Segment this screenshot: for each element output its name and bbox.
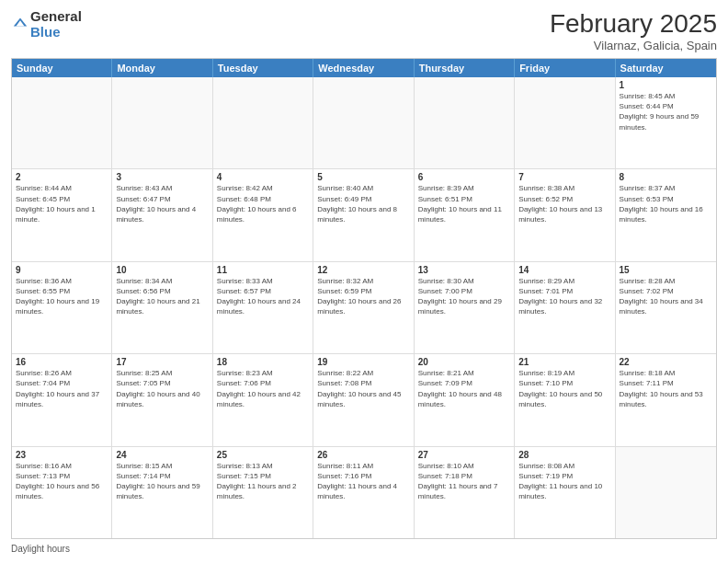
calendar-body: 1Sunrise: 8:45 AM Sunset: 6:44 PM Daylig… <box>12 77 716 538</box>
calendar-day-2-1: 10Sunrise: 8:34 AM Sunset: 6:56 PM Dayli… <box>112 262 212 353</box>
dow-monday: Monday <box>112 59 212 77</box>
calendar-week-4: 23Sunrise: 8:16 AM Sunset: 7:13 PM Dayli… <box>12 447 716 538</box>
day-number: 10 <box>116 265 208 275</box>
day-info: Sunrise: 8:36 AM Sunset: 6:55 PM Dayligh… <box>16 276 108 317</box>
calendar-day-1-0: 2Sunrise: 8:44 AM Sunset: 6:45 PM Daylig… <box>12 169 112 260</box>
day-number: 26 <box>317 450 409 460</box>
dow-tuesday: Tuesday <box>213 59 313 77</box>
page-header: General Blue February 2025 Vilarnaz, Gal… <box>11 9 717 52</box>
day-number: 4 <box>217 172 309 182</box>
dow-wednesday: Wednesday <box>313 59 414 77</box>
calendar-day-4-4: 27Sunrise: 8:10 AM Sunset: 7:18 PM Dayli… <box>415 447 515 538</box>
day-number: 20 <box>418 357 510 367</box>
day-number: 24 <box>116 450 208 460</box>
dow-sunday: Sunday <box>12 59 112 77</box>
location: Vilarnaz, Galicia, Spain <box>550 39 717 52</box>
calendar-week-0: 1Sunrise: 8:45 AM Sunset: 6:44 PM Daylig… <box>12 77 716 169</box>
day-number: 16 <box>16 357 108 367</box>
calendar-day-0-2 <box>213 77 313 168</box>
calendar-day-4-1: 24Sunrise: 8:15 AM Sunset: 7:14 PM Dayli… <box>112 447 212 538</box>
calendar-day-0-5 <box>515 77 615 168</box>
day-info: Sunrise: 8:22 AM Sunset: 7:08 PM Dayligh… <box>317 368 409 409</box>
calendar-day-1-5: 7Sunrise: 8:38 AM Sunset: 6:52 PM Daylig… <box>515 169 615 260</box>
day-number: 8 <box>620 172 712 182</box>
day-info: Sunrise: 8:30 AM Sunset: 7:00 PM Dayligh… <box>418 276 510 317</box>
calendar-day-2-2: 11Sunrise: 8:33 AM Sunset: 6:57 PM Dayli… <box>213 262 313 353</box>
dow-saturday: Saturday <box>616 59 716 77</box>
day-number: 12 <box>317 265 409 275</box>
day-number: 18 <box>217 357 309 367</box>
day-info: Sunrise: 8:21 AM Sunset: 7:09 PM Dayligh… <box>418 368 510 409</box>
day-info: Sunrise: 8:32 AM Sunset: 6:59 PM Dayligh… <box>317 276 409 317</box>
day-info: Sunrise: 8:28 AM Sunset: 7:02 PM Dayligh… <box>620 276 712 317</box>
calendar-day-1-4: 6Sunrise: 8:39 AM Sunset: 6:51 PM Daylig… <box>415 169 515 260</box>
calendar-day-0-1 <box>112 77 212 168</box>
day-info: Sunrise: 8:29 AM Sunset: 7:01 PM Dayligh… <box>518 276 610 317</box>
calendar-day-1-2: 4Sunrise: 8:42 AM Sunset: 6:48 PM Daylig… <box>213 169 313 260</box>
calendar-day-2-6: 15Sunrise: 8:28 AM Sunset: 7:02 PM Dayli… <box>616 262 716 353</box>
calendar: Sunday Monday Tuesday Wednesday Thursday… <box>11 58 717 539</box>
calendar-day-3-0: 16Sunrise: 8:26 AM Sunset: 7:04 PM Dayli… <box>12 354 112 445</box>
calendar-day-4-5: 28Sunrise: 8:08 AM Sunset: 7:19 PM Dayli… <box>515 447 615 538</box>
day-info: Sunrise: 8:34 AM Sunset: 6:56 PM Dayligh… <box>116 276 208 317</box>
day-number: 6 <box>418 172 510 182</box>
day-number: 11 <box>217 265 309 275</box>
day-info: Sunrise: 8:39 AM Sunset: 6:51 PM Dayligh… <box>418 183 510 224</box>
day-number: 23 <box>16 450 108 460</box>
calendar-day-3-3: 19Sunrise: 8:22 AM Sunset: 7:08 PM Dayli… <box>313 354 414 445</box>
day-number: 13 <box>418 265 510 275</box>
calendar-day-4-3: 26Sunrise: 8:11 AM Sunset: 7:16 PM Dayli… <box>313 447 414 538</box>
month-year: February 2025 <box>550 9 717 39</box>
calendar-day-4-6 <box>616 447 716 538</box>
calendar-day-2-0: 9Sunrise: 8:36 AM Sunset: 6:55 PM Daylig… <box>12 262 112 353</box>
title-block: February 2025 Vilarnaz, Galicia, Spain <box>550 9 717 52</box>
calendar-day-3-1: 17Sunrise: 8:25 AM Sunset: 7:05 PM Dayli… <box>112 354 212 445</box>
calendar-day-0-6: 1Sunrise: 8:45 AM Sunset: 6:44 PM Daylig… <box>616 77 716 168</box>
day-info: Sunrise: 8:37 AM Sunset: 6:53 PM Dayligh… <box>620 183 712 224</box>
calendar-day-2-3: 12Sunrise: 8:32 AM Sunset: 6:59 PM Dayli… <box>313 262 414 353</box>
day-info: Sunrise: 8:11 AM Sunset: 7:16 PM Dayligh… <box>317 461 409 502</box>
calendar-day-1-1: 3Sunrise: 8:43 AM Sunset: 6:47 PM Daylig… <box>112 169 212 260</box>
footer: Daylight hours <box>11 544 717 554</box>
day-info: Sunrise: 8:43 AM Sunset: 6:47 PM Dayligh… <box>116 183 208 224</box>
day-number: 2 <box>16 172 108 182</box>
calendar-day-1-6: 8Sunrise: 8:37 AM Sunset: 6:53 PM Daylig… <box>616 169 716 260</box>
day-info: Sunrise: 8:13 AM Sunset: 7:15 PM Dayligh… <box>217 461 309 502</box>
calendar-header: Sunday Monday Tuesday Wednesday Thursday… <box>12 59 716 77</box>
calendar-day-3-6: 22Sunrise: 8:18 AM Sunset: 7:11 PM Dayli… <box>616 354 716 445</box>
day-info: Sunrise: 8:45 AM Sunset: 6:44 PM Dayligh… <box>620 91 712 132</box>
calendar-day-4-2: 25Sunrise: 8:13 AM Sunset: 7:15 PM Dayli… <box>213 447 313 538</box>
calendar-day-3-4: 20Sunrise: 8:21 AM Sunset: 7:09 PM Dayli… <box>415 354 515 445</box>
day-number: 17 <box>116 357 208 367</box>
day-info: Sunrise: 8:25 AM Sunset: 7:05 PM Dayligh… <box>116 368 208 409</box>
logo-blue-text: Blue <box>30 25 82 40</box>
day-info: Sunrise: 8:10 AM Sunset: 7:18 PM Dayligh… <box>418 461 510 502</box>
logo: General Blue <box>11 9 82 40</box>
calendar-day-4-0: 23Sunrise: 8:16 AM Sunset: 7:13 PM Dayli… <box>12 447 112 538</box>
calendar-day-3-5: 21Sunrise: 8:19 AM Sunset: 7:10 PM Dayli… <box>515 354 615 445</box>
dow-thursday: Thursday <box>415 59 515 77</box>
calendar-day-0-0 <box>12 77 112 168</box>
logo-general-text: General <box>30 9 82 25</box>
day-number: 7 <box>518 172 610 182</box>
day-number: 27 <box>418 450 510 460</box>
day-info: Sunrise: 8:18 AM Sunset: 7:11 PM Dayligh… <box>620 368 712 409</box>
day-info: Sunrise: 8:40 AM Sunset: 6:49 PM Dayligh… <box>317 183 409 224</box>
calendar-day-0-4 <box>415 77 515 168</box>
day-info: Sunrise: 8:15 AM Sunset: 7:14 PM Dayligh… <box>116 461 208 502</box>
logo-icon <box>12 15 28 31</box>
day-info: Sunrise: 8:23 AM Sunset: 7:06 PM Dayligh… <box>217 368 309 409</box>
day-info: Sunrise: 8:08 AM Sunset: 7:19 PM Dayligh… <box>518 461 610 502</box>
day-number: 21 <box>518 357 610 367</box>
day-number: 28 <box>518 450 610 460</box>
calendar-week-3: 16Sunrise: 8:26 AM Sunset: 7:04 PM Dayli… <box>12 354 716 446</box>
calendar-week-1: 2Sunrise: 8:44 AM Sunset: 6:45 PM Daylig… <box>12 169 716 261</box>
day-info: Sunrise: 8:42 AM Sunset: 6:48 PM Dayligh… <box>217 183 309 224</box>
day-info: Sunrise: 8:44 AM Sunset: 6:45 PM Dayligh… <box>16 183 108 224</box>
calendar-day-2-5: 14Sunrise: 8:29 AM Sunset: 7:01 PM Dayli… <box>515 262 615 353</box>
day-info: Sunrise: 8:16 AM Sunset: 7:13 PM Dayligh… <box>16 461 108 502</box>
daylight-label: Daylight hours <box>11 544 70 554</box>
day-number: 1 <box>620 80 712 90</box>
day-number: 5 <box>317 172 409 182</box>
day-info: Sunrise: 8:26 AM Sunset: 7:04 PM Dayligh… <box>16 368 108 409</box>
